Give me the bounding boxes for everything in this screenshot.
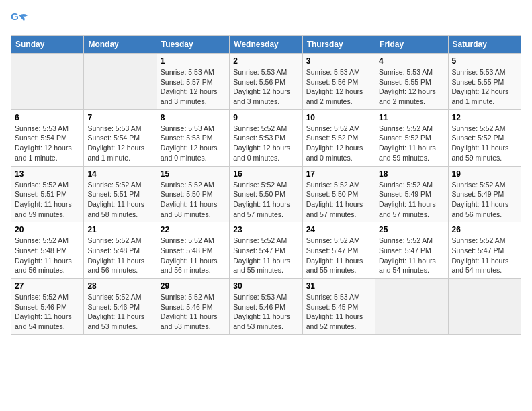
calendar-cell: 10Sunrise: 5:52 AMSunset: 5:52 PMDayligh… — [302, 109, 375, 166]
day-header-wednesday: Wednesday — [230, 36, 302, 54]
svg-text:G: G — [11, 11, 19, 22]
day-number: 15 — [161, 169, 226, 179]
week-row-4: 20Sunrise: 5:52 AMSunset: 5:48 PMDayligh… — [11, 222, 521, 279]
day-number: 16 — [233, 169, 298, 179]
calendar-cell: 16Sunrise: 5:52 AMSunset: 5:50 PMDayligh… — [230, 166, 302, 222]
week-row-1: 1Sunrise: 5:53 AMSunset: 5:57 PMDaylight… — [11, 54, 521, 110]
day-number: 6 — [15, 113, 80, 122]
day-number: 30 — [233, 281, 298, 291]
day-info: Sunrise: 5:53 AMSunset: 5:57 PMDaylight:… — [161, 67, 226, 107]
day-info: Sunrise: 5:52 AMSunset: 5:53 PMDaylight:… — [233, 124, 298, 163]
day-info: Sunrise: 5:53 AMSunset: 5:56 PMDaylight:… — [306, 67, 371, 107]
day-header-thursday: Thursday — [302, 36, 375, 54]
calendar-cell: 17Sunrise: 5:52 AMSunset: 5:50 PMDayligh… — [302, 166, 375, 222]
day-info: Sunrise: 5:52 AMSunset: 5:48 PMDaylight:… — [161, 236, 226, 275]
calendar-cell: 18Sunrise: 5:52 AMSunset: 5:49 PMDayligh… — [375, 166, 448, 222]
day-header-monday: Monday — [84, 36, 157, 54]
day-number: 1 — [161, 56, 226, 66]
day-number: 17 — [306, 169, 371, 179]
day-info: Sunrise: 5:52 AMSunset: 5:46 PMDaylight:… — [161, 292, 226, 332]
day-info: Sunrise: 5:52 AMSunset: 5:46 PMDaylight:… — [15, 292, 80, 332]
calendar-body: 1Sunrise: 5:53 AMSunset: 5:57 PMDaylight… — [11, 54, 521, 335]
day-info: Sunrise: 5:53 AMSunset: 5:55 PMDaylight:… — [452, 67, 517, 107]
day-number: 28 — [87, 281, 152, 291]
day-info: Sunrise: 5:53 AMSunset: 5:45 PMDaylight:… — [306, 292, 371, 332]
day-header-friday: Friday — [375, 36, 448, 54]
day-info: Sunrise: 5:52 AMSunset: 5:47 PMDaylight:… — [233, 236, 298, 275]
day-number: 31 — [306, 281, 371, 291]
day-header-sunday: Sunday — [11, 36, 84, 54]
calendar-cell: 2Sunrise: 5:53 AMSunset: 5:56 PMDaylight… — [230, 54, 302, 110]
calendar-cell — [448, 279, 521, 335]
day-number: 14 — [87, 169, 152, 179]
day-number: 3 — [306, 56, 371, 66]
calendar-cell — [375, 279, 448, 335]
day-info: Sunrise: 5:52 AMSunset: 5:47 PMDaylight:… — [306, 236, 371, 275]
day-header-saturday: Saturday — [448, 36, 521, 54]
day-info: Sunrise: 5:52 AMSunset: 5:52 PMDaylight:… — [452, 124, 517, 163]
page-header: G — [11, 11, 521, 30]
calendar-cell: 8Sunrise: 5:53 AMSunset: 5:53 PMDaylight… — [157, 109, 229, 166]
day-info: Sunrise: 5:52 AMSunset: 5:51 PMDaylight:… — [15, 180, 80, 220]
day-info: Sunrise: 5:53 AMSunset: 5:46 PMDaylight:… — [233, 292, 298, 332]
day-info: Sunrise: 5:52 AMSunset: 5:49 PMDaylight:… — [452, 180, 517, 220]
day-number: 23 — [233, 225, 298, 234]
day-info: Sunrise: 5:52 AMSunset: 5:50 PMDaylight:… — [306, 180, 371, 220]
day-number: 21 — [87, 225, 152, 234]
calendar-cell: 13Sunrise: 5:52 AMSunset: 5:51 PMDayligh… — [11, 166, 84, 222]
calendar-cell: 31Sunrise: 5:53 AMSunset: 5:45 PMDayligh… — [302, 279, 375, 335]
day-info: Sunrise: 5:52 AMSunset: 5:49 PMDaylight:… — [379, 180, 444, 220]
calendar-table: SundayMondayTuesdayWednesdayThursdayFrid… — [11, 35, 521, 335]
day-info: Sunrise: 5:52 AMSunset: 5:48 PMDaylight:… — [15, 236, 80, 275]
calendar-cell: 11Sunrise: 5:52 AMSunset: 5:52 PMDayligh… — [375, 109, 448, 166]
day-number: 19 — [452, 169, 517, 179]
calendar-cell: 5Sunrise: 5:53 AMSunset: 5:55 PMDaylight… — [448, 54, 521, 110]
day-number: 8 — [161, 113, 226, 122]
day-header-tuesday: Tuesday — [157, 36, 229, 54]
calendar-header-row: SundayMondayTuesdayWednesdayThursdayFrid… — [11, 36, 521, 54]
calendar-cell: 12Sunrise: 5:52 AMSunset: 5:52 PMDayligh… — [448, 109, 521, 166]
day-number: 12 — [452, 113, 517, 122]
day-info: Sunrise: 5:52 AMSunset: 5:47 PMDaylight:… — [452, 236, 517, 275]
day-number: 29 — [161, 281, 226, 291]
day-number: 25 — [379, 225, 444, 234]
day-info: Sunrise: 5:52 AMSunset: 5:51 PMDaylight:… — [87, 180, 152, 220]
day-number: 11 — [379, 113, 444, 122]
week-row-2: 6Sunrise: 5:53 AMSunset: 5:54 PMDaylight… — [11, 109, 521, 166]
calendar-cell: 28Sunrise: 5:52 AMSunset: 5:46 PMDayligh… — [84, 279, 157, 335]
calendar-cell: 20Sunrise: 5:52 AMSunset: 5:48 PMDayligh… — [11, 222, 84, 279]
calendar-cell: 30Sunrise: 5:53 AMSunset: 5:46 PMDayligh… — [230, 279, 302, 335]
week-row-3: 13Sunrise: 5:52 AMSunset: 5:51 PMDayligh… — [11, 166, 521, 222]
day-info: Sunrise: 5:53 AMSunset: 5:55 PMDaylight:… — [379, 67, 444, 107]
calendar-cell: 9Sunrise: 5:52 AMSunset: 5:53 PMDaylight… — [230, 109, 302, 166]
calendar-cell: 21Sunrise: 5:52 AMSunset: 5:48 PMDayligh… — [84, 222, 157, 279]
calendar-cell: 24Sunrise: 5:52 AMSunset: 5:47 PMDayligh… — [302, 222, 375, 279]
day-number: 20 — [15, 225, 80, 234]
calendar-cell: 23Sunrise: 5:52 AMSunset: 5:47 PMDayligh… — [230, 222, 302, 279]
calendar-cell: 3Sunrise: 5:53 AMSunset: 5:56 PMDaylight… — [302, 54, 375, 110]
calendar-cell — [11, 54, 84, 110]
calendar-cell: 6Sunrise: 5:53 AMSunset: 5:54 PMDaylight… — [11, 109, 84, 166]
calendar-cell: 19Sunrise: 5:52 AMSunset: 5:49 PMDayligh… — [448, 166, 521, 222]
calendar-cell: 7Sunrise: 5:53 AMSunset: 5:54 PMDaylight… — [84, 109, 157, 166]
calendar-cell: 26Sunrise: 5:52 AMSunset: 5:47 PMDayligh… — [448, 222, 521, 279]
day-info: Sunrise: 5:53 AMSunset: 5:54 PMDaylight:… — [15, 124, 80, 163]
calendar-cell: 29Sunrise: 5:52 AMSunset: 5:46 PMDayligh… — [157, 279, 229, 335]
day-info: Sunrise: 5:52 AMSunset: 5:52 PMDaylight:… — [379, 124, 444, 163]
day-info: Sunrise: 5:53 AMSunset: 5:53 PMDaylight:… — [161, 124, 226, 163]
day-number: 27 — [15, 281, 80, 291]
day-number: 7 — [87, 113, 152, 122]
day-number: 22 — [161, 225, 226, 234]
day-number: 5 — [452, 56, 517, 66]
day-info: Sunrise: 5:52 AMSunset: 5:47 PMDaylight:… — [379, 236, 444, 275]
calendar-cell: 25Sunrise: 5:52 AMSunset: 5:47 PMDayligh… — [375, 222, 448, 279]
day-info: Sunrise: 5:52 AMSunset: 5:50 PMDaylight:… — [161, 180, 226, 220]
day-info: Sunrise: 5:53 AMSunset: 5:54 PMDaylight:… — [87, 124, 152, 163]
day-number: 24 — [306, 225, 371, 234]
calendar-cell: 15Sunrise: 5:52 AMSunset: 5:50 PMDayligh… — [157, 166, 229, 222]
day-info: Sunrise: 5:53 AMSunset: 5:56 PMDaylight:… — [233, 67, 298, 107]
day-info: Sunrise: 5:52 AMSunset: 5:48 PMDaylight:… — [87, 236, 152, 275]
calendar-cell: 1Sunrise: 5:53 AMSunset: 5:57 PMDaylight… — [157, 54, 229, 110]
calendar-cell: 14Sunrise: 5:52 AMSunset: 5:51 PMDayligh… — [84, 166, 157, 222]
day-number: 9 — [233, 113, 298, 122]
